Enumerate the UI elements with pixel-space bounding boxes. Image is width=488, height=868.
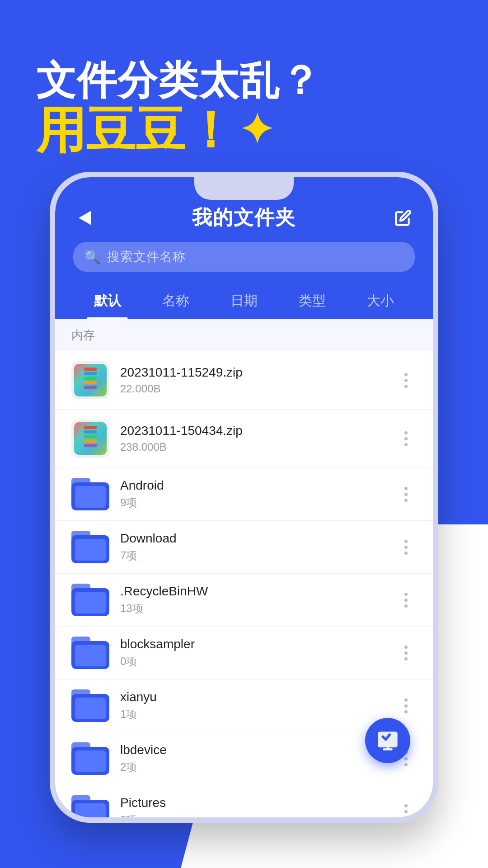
edit-button[interactable] <box>391 206 415 230</box>
phone-frame: 我的文件夹 🔍 搜索文件名称 默认 名称 <box>50 172 438 823</box>
file-meta: 22.000B <box>120 382 384 395</box>
zip-file-icon <box>71 420 109 458</box>
page-title: 我的文件夹 <box>192 204 296 231</box>
hero-section: 文件分类太乱？ 用豆豆！ ✦ <box>36 59 321 157</box>
tab-date[interactable]: 日期 <box>210 284 278 319</box>
list-item[interactable]: 20231011-115249.zip 22.000B <box>55 351 433 410</box>
list-item[interactable]: Pictures 8项 <box>55 785 433 817</box>
search-placeholder-text: 搜索文件名称 <box>107 248 186 265</box>
back-arrow-icon <box>79 211 91 225</box>
zip-file-icon <box>71 361 109 399</box>
more-options-button[interactable] <box>395 695 417 717</box>
file-name: .RecycleBinHW <box>120 584 384 599</box>
file-meta: 2项 <box>120 760 384 774</box>
search-bar[interactable]: 🔍 搜索文件名称 <box>73 242 415 272</box>
file-info: xianyu 1项 <box>120 690 384 722</box>
header-row: 我的文件夹 <box>73 204 415 231</box>
file-info: Android 9项 <box>120 478 384 510</box>
file-info: 20231011-115249.zip 22.000B <box>120 365 384 395</box>
more-options-button[interactable] <box>395 589 417 611</box>
file-meta: 8项 <box>120 813 384 817</box>
more-options-button[interactable] <box>395 642 417 664</box>
file-name: Download <box>120 531 384 546</box>
hero-line1: 文件分类太乱？ <box>36 59 321 103</box>
list-item[interactable]: Download 7项 <box>55 521 433 574</box>
list-item[interactable]: blocksampler 0项 <box>55 627 433 679</box>
fab-button[interactable] <box>365 718 410 763</box>
file-info: 20231011-150434.zip 238.000B <box>120 424 384 453</box>
file-name: xianyu <box>120 690 384 704</box>
file-info: Pictures 8项 <box>120 796 384 817</box>
file-meta: 7项 <box>120 548 384 563</box>
file-meta: 0项 <box>120 654 384 669</box>
phone-notch <box>194 177 294 200</box>
storage-label: 内存 <box>55 319 433 351</box>
back-button[interactable] <box>73 206 97 230</box>
file-name: Pictures <box>120 796 384 810</box>
phone-mockup: 我的文件夹 🔍 搜索文件名称 默认 名称 <box>50 172 438 823</box>
file-info: blocksampler 0项 <box>120 637 384 669</box>
tab-default[interactable]: 默认 <box>73 284 141 319</box>
file-name: 20231011-150434.zip <box>120 424 384 438</box>
list-item[interactable]: Android 9项 <box>55 468 433 521</box>
file-meta: 238.000B <box>120 441 384 453</box>
file-meta: 1项 <box>120 707 384 722</box>
folder-icon <box>71 637 109 669</box>
tab-size[interactable]: 大小 <box>347 284 415 319</box>
file-info: lbdevice 2项 <box>120 743 384 774</box>
search-icon: 🔍 <box>84 249 101 265</box>
more-options-button[interactable] <box>395 369 417 391</box>
file-name: blocksampler <box>120 637 384 651</box>
folder-icon <box>71 478 109 510</box>
sort-tabs: 默认 名称 日期 类型 大小 <box>73 284 415 319</box>
fab-icon <box>376 729 399 752</box>
more-options-button[interactable] <box>395 428 417 449</box>
list-item[interactable]: .RecycleBinHW 13项 <box>55 574 433 627</box>
file-meta: 13项 <box>120 601 384 616</box>
edit-icon <box>394 209 412 226</box>
folder-icon <box>71 795 109 817</box>
more-options-button[interactable] <box>395 483 417 505</box>
file-name: lbdevice <box>120 743 384 757</box>
more-options-button[interactable] <box>395 536 417 558</box>
folder-icon <box>71 742 109 775</box>
folder-icon <box>71 531 109 563</box>
hero-line2: 用豆豆！ ✦ <box>36 103 321 157</box>
list-item[interactable]: 20231011-150434.zip 238.000B <box>55 410 433 468</box>
folder-icon <box>71 584 109 616</box>
file-name: 20231011-115249.zip <box>120 365 384 380</box>
folder-icon <box>71 689 109 722</box>
more-options-button[interactable] <box>395 801 417 817</box>
app-screen: 我的文件夹 🔍 搜索文件名称 默认 名称 <box>55 177 433 817</box>
star-decoration-icon: ✦ <box>239 108 273 152</box>
file-info: .RecycleBinHW 13项 <box>120 584 384 616</box>
file-meta: 9项 <box>120 495 384 510</box>
file-info: Download 7项 <box>120 531 384 563</box>
tab-name[interactable]: 名称 <box>141 284 210 319</box>
file-name: Android <box>120 478 384 493</box>
tab-type[interactable]: 类型 <box>278 284 347 319</box>
